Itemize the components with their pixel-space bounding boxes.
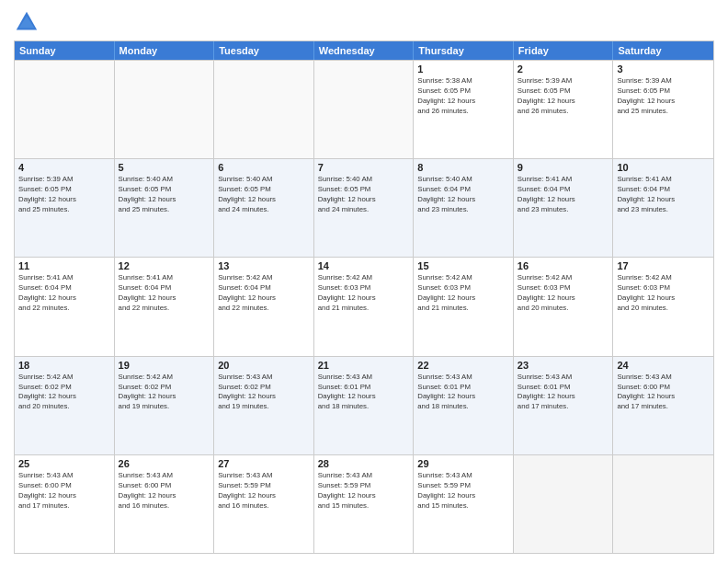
day-cell-19: 19Sunrise: 5:42 AM Sunset: 6:02 PM Dayli… <box>115 357 215 454</box>
day-cell-1: 1Sunrise: 5:38 AM Sunset: 6:05 PM Daylig… <box>414 61 514 158</box>
day-info: Sunrise: 5:43 AM Sunset: 6:00 PM Dayligh… <box>18 471 110 511</box>
day-info: Sunrise: 5:43 AM Sunset: 6:01 PM Dayligh… <box>417 373 509 413</box>
day-info: Sunrise: 5:41 AM Sunset: 6:04 PM Dayligh… <box>119 273 210 314</box>
day-info: Sunrise: 5:38 AM Sunset: 6:05 PM Dayligh… <box>417 76 509 117</box>
day-number: 23 <box>518 360 609 371</box>
day-cell-8: 8Sunrise: 5:40 AM Sunset: 6:04 PM Daylig… <box>414 159 514 257</box>
day-cell-20: 20Sunrise: 5:43 AM Sunset: 6:02 PM Dayli… <box>214 357 314 454</box>
day-cell-6: 6Sunrise: 5:40 AM Sunset: 6:05 PM Daylig… <box>214 159 314 257</box>
header-day-friday: Friday <box>514 41 614 60</box>
day-number: 9 <box>518 162 609 173</box>
day-number: 19 <box>119 360 210 371</box>
day-number: 18 <box>18 360 110 371</box>
week-row-1: 1Sunrise: 5:38 AM Sunset: 6:05 PM Daylig… <box>15 60 713 158</box>
day-cell-2: 2Sunrise: 5:39 AM Sunset: 6:05 PM Daylig… <box>514 61 614 158</box>
day-number: 13 <box>218 260 310 271</box>
day-cell-29: 29Sunrise: 5:43 AM Sunset: 5:59 PM Dayli… <box>414 455 514 553</box>
day-number: 21 <box>318 360 410 371</box>
header-day-thursday: Thursday <box>414 41 514 60</box>
logo-icon <box>14 9 40 35</box>
day-number: 16 <box>518 260 609 271</box>
empty-cell <box>314 61 415 158</box>
day-info: Sunrise: 5:42 AM Sunset: 6:04 PM Dayligh… <box>218 273 310 314</box>
day-number: 15 <box>417 260 509 271</box>
day-info: Sunrise: 5:42 AM Sunset: 6:02 PM Dayligh… <box>119 373 210 413</box>
header-day-sunday: Sunday <box>15 41 115 60</box>
week-row-2: 4Sunrise: 5:39 AM Sunset: 6:05 PM Daylig… <box>15 158 713 257</box>
day-number: 20 <box>218 360 310 371</box>
empty-cell <box>115 61 215 158</box>
calendar-body: 1Sunrise: 5:38 AM Sunset: 6:05 PM Daylig… <box>15 60 713 553</box>
day-cell-9: 9Sunrise: 5:41 AM Sunset: 6:04 PM Daylig… <box>514 159 614 257</box>
day-number: 2 <box>518 63 609 75</box>
day-number: 5 <box>119 162 210 173</box>
day-number: 28 <box>318 458 410 469</box>
day-cell-16: 16Sunrise: 5:42 AM Sunset: 6:03 PM Dayli… <box>514 258 614 355</box>
day-info: Sunrise: 5:42 AM Sunset: 6:02 PM Dayligh… <box>18 373 110 413</box>
day-cell-4: 4Sunrise: 5:39 AM Sunset: 6:05 PM Daylig… <box>15 159 115 257</box>
day-number: 24 <box>617 360 710 371</box>
page: SundayMondayTuesdayWednesdayThursdayFrid… <box>0 0 728 563</box>
day-number: 11 <box>18 260 110 271</box>
day-cell-18: 18Sunrise: 5:42 AM Sunset: 6:02 PM Dayli… <box>15 357 115 454</box>
day-info: Sunrise: 5:43 AM Sunset: 6:01 PM Dayligh… <box>318 373 410 413</box>
day-info: Sunrise: 5:39 AM Sunset: 6:05 PM Dayligh… <box>617 76 710 117</box>
day-info: Sunrise: 5:43 AM Sunset: 6:01 PM Dayligh… <box>518 373 609 413</box>
header-day-tuesday: Tuesday <box>214 41 314 60</box>
day-cell-7: 7Sunrise: 5:40 AM Sunset: 6:05 PM Daylig… <box>314 159 415 257</box>
day-number: 3 <box>617 63 710 75</box>
day-info: Sunrise: 5:39 AM Sunset: 6:05 PM Dayligh… <box>518 76 609 117</box>
header-day-saturday: Saturday <box>613 41 713 60</box>
day-cell-23: 23Sunrise: 5:43 AM Sunset: 6:01 PM Dayli… <box>514 357 614 454</box>
day-cell-22: 22Sunrise: 5:43 AM Sunset: 6:01 PM Dayli… <box>414 357 514 454</box>
day-number: 1 <box>417 63 509 75</box>
week-row-4: 18Sunrise: 5:42 AM Sunset: 6:02 PM Dayli… <box>15 356 713 454</box>
day-number: 22 <box>417 360 509 371</box>
week-row-5: 25Sunrise: 5:43 AM Sunset: 6:00 PM Dayli… <box>15 454 713 553</box>
header-day-monday: Monday <box>115 41 215 60</box>
day-cell-26: 26Sunrise: 5:43 AM Sunset: 6:00 PM Dayli… <box>115 455 215 553</box>
day-info: Sunrise: 5:39 AM Sunset: 6:05 PM Dayligh… <box>18 175 110 215</box>
day-cell-3: 3Sunrise: 5:39 AM Sunset: 6:05 PM Daylig… <box>613 61 713 158</box>
day-cell-15: 15Sunrise: 5:42 AM Sunset: 6:03 PM Dayli… <box>414 258 514 355</box>
day-info: Sunrise: 5:41 AM Sunset: 6:04 PM Dayligh… <box>617 175 710 215</box>
header-day-wednesday: Wednesday <box>314 41 415 60</box>
empty-cell <box>15 61 115 158</box>
calendar-header: SundayMondayTuesdayWednesdayThursdayFrid… <box>15 41 713 60</box>
day-cell-13: 13Sunrise: 5:42 AM Sunset: 6:04 PM Dayli… <box>214 258 314 355</box>
day-number: 29 <box>417 458 509 469</box>
day-cell-14: 14Sunrise: 5:42 AM Sunset: 6:03 PM Dayli… <box>314 258 415 355</box>
day-info: Sunrise: 5:43 AM Sunset: 6:00 PM Dayligh… <box>119 471 210 511</box>
day-cell-11: 11Sunrise: 5:41 AM Sunset: 6:04 PM Dayli… <box>15 258 115 355</box>
day-info: Sunrise: 5:43 AM Sunset: 6:02 PM Dayligh… <box>218 373 310 413</box>
day-cell-28: 28Sunrise: 5:43 AM Sunset: 5:59 PM Dayli… <box>314 455 415 553</box>
day-number: 17 <box>617 260 710 271</box>
day-cell-24: 24Sunrise: 5:43 AM Sunset: 6:00 PM Dayli… <box>613 357 713 454</box>
day-number: 26 <box>119 458 210 469</box>
day-info: Sunrise: 5:42 AM Sunset: 6:03 PM Dayligh… <box>518 273 609 314</box>
empty-cell <box>613 455 713 553</box>
day-number: 14 <box>318 260 410 271</box>
empty-cell <box>214 61 314 158</box>
day-number: 10 <box>617 162 710 173</box>
day-cell-17: 17Sunrise: 5:42 AM Sunset: 6:03 PM Dayli… <box>613 258 713 355</box>
header <box>14 9 714 35</box>
day-cell-25: 25Sunrise: 5:43 AM Sunset: 6:00 PM Dayli… <box>15 455 115 553</box>
day-info: Sunrise: 5:42 AM Sunset: 6:03 PM Dayligh… <box>417 273 509 314</box>
day-info: Sunrise: 5:43 AM Sunset: 6:00 PM Dayligh… <box>617 373 710 413</box>
day-number: 27 <box>218 458 310 469</box>
day-number: 6 <box>218 162 310 173</box>
day-number: 12 <box>119 260 210 271</box>
day-cell-21: 21Sunrise: 5:43 AM Sunset: 6:01 PM Dayli… <box>314 357 415 454</box>
empty-cell <box>514 455 614 553</box>
calendar: SundayMondayTuesdayWednesdayThursdayFrid… <box>14 40 714 554</box>
day-cell-10: 10Sunrise: 5:41 AM Sunset: 6:04 PM Dayli… <box>613 159 713 257</box>
day-info: Sunrise: 5:40 AM Sunset: 6:05 PM Dayligh… <box>218 175 310 215</box>
day-info: Sunrise: 5:43 AM Sunset: 5:59 PM Dayligh… <box>417 471 509 511</box>
day-info: Sunrise: 5:40 AM Sunset: 6:05 PM Dayligh… <box>318 175 410 215</box>
day-info: Sunrise: 5:42 AM Sunset: 6:03 PM Dayligh… <box>318 273 410 314</box>
day-info: Sunrise: 5:40 AM Sunset: 6:04 PM Dayligh… <box>417 175 509 215</box>
day-number: 4 <box>18 162 110 173</box>
day-info: Sunrise: 5:43 AM Sunset: 5:59 PM Dayligh… <box>318 471 410 511</box>
day-cell-27: 27Sunrise: 5:43 AM Sunset: 5:59 PM Dayli… <box>214 455 314 553</box>
